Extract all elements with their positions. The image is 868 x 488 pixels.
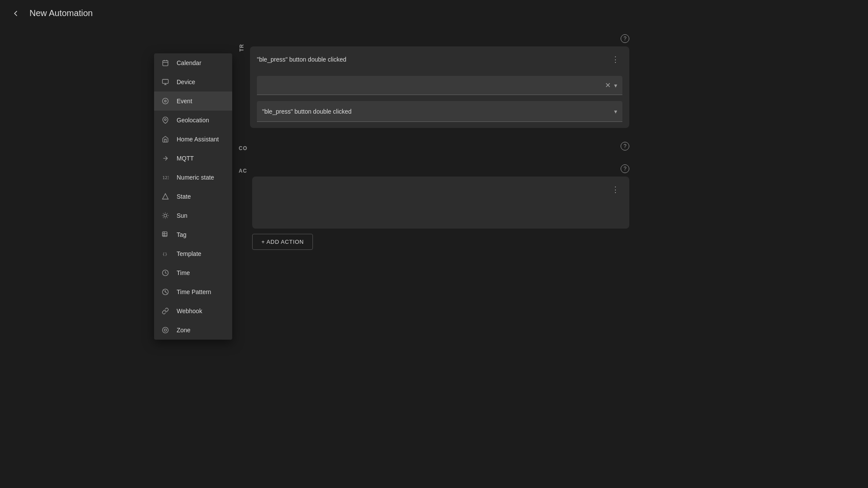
- zone-icon: [161, 326, 170, 334]
- actions-help-icon[interactable]: ?: [621, 164, 629, 173]
- svg-text:123: 123: [162, 175, 169, 180]
- numeric_state-icon: 123: [161, 173, 170, 182]
- conditions-help-icon[interactable]: ?: [621, 142, 629, 151]
- dropdown-item-calendar[interactable]: Calendar: [154, 53, 232, 72]
- trigger-field-clear[interactable]: ✕: [603, 79, 612, 91]
- dropdown-item-geolocation[interactable]: Geolocation: [154, 111, 232, 130]
- dropdown-item-label-geolocation: Geolocation: [177, 117, 209, 124]
- page: New Automation Tr ? "ble_press" button: [0, 0, 868, 488]
- device-icon: [161, 78, 170, 86]
- svg-rect-20: [162, 232, 167, 236]
- conditions-section: Co ?: [239, 138, 629, 154]
- dropdown-item-numeric_state[interactable]: 123Numeric state: [154, 168, 232, 187]
- svg-point-8: [164, 119, 166, 121]
- dropdown-item-template[interactable]: {}Template: [154, 244, 232, 263]
- action-more-menu[interactable]: ⋮: [608, 183, 622, 197]
- conditions-body: ?: [253, 138, 629, 154]
- dropdown-item-label-mqtt: MQTT: [177, 155, 194, 162]
- dropdown-item-tag[interactable]: Tag: [154, 225, 232, 244]
- header: New Automation: [0, 0, 868, 26]
- dropdown-item-home_assistant[interactable]: Home Assistant: [154, 130, 232, 149]
- svg-text:{}: {}: [162, 252, 167, 256]
- trigger-event-arrow: ▾: [614, 108, 617, 115]
- dropdown-item-zone[interactable]: Zone: [154, 321, 232, 340]
- action-card-header: ⋮: [252, 177, 629, 203]
- dropdown-item-event[interactable]: Event: [154, 92, 232, 111]
- geolocation-icon: [161, 116, 170, 124]
- svg-line-19: [167, 213, 168, 214]
- trigger-card-header: "ble_press" button double clicked ⋮: [250, 46, 629, 72]
- dropdown-item-label-time_pattern: Time Pattern: [177, 288, 211, 295]
- dropdown-item-mqtt[interactable]: MQTT: [154, 149, 232, 168]
- state-icon: [161, 192, 170, 201]
- dropdown-item-label-time: Time: [177, 269, 190, 276]
- back-button[interactable]: [9, 7, 23, 20]
- conditions-label: Co: [239, 145, 247, 151]
- svg-point-27: [162, 327, 168, 333]
- dropdown-item-label-device: Device: [177, 79, 195, 85]
- trigger-event-select[interactable]: "ble_press" button double clicked ▾: [257, 101, 622, 122]
- actions-body: ? ⋮ + ADD ACTION: [252, 161, 629, 255]
- triggers-help-icon[interactable]: ?: [621, 34, 629, 43]
- svg-marker-10: [162, 193, 168, 199]
- time_pattern-icon: [161, 288, 170, 296]
- dropdown-item-label-numeric_state: Numeric state: [177, 174, 214, 181]
- dropdown-item-label-home_assistant: Home Assistant: [177, 136, 219, 143]
- dropdown-item-label-state: State: [177, 193, 191, 200]
- actions-label: Ac: [239, 168, 247, 174]
- trigger-card-title: "ble_press" button double clicked: [257, 56, 346, 63]
- dropdown-item-label-template: Template: [177, 250, 201, 257]
- trigger-type-dropdown: CalendarDeviceEventGeolocationHome Assis…: [154, 53, 232, 340]
- event-icon: [161, 97, 170, 105]
- triggers-label: Tr: [239, 37, 245, 59]
- time-icon: [161, 269, 170, 277]
- triggers-section: Tr ? "ble_press" button double clicked ⋮: [239, 31, 629, 131]
- dropdown-item-label-webhook: Webhook: [177, 308, 202, 314]
- svg-line-15: [167, 217, 168, 218]
- page-title: New Automation: [30, 8, 93, 18]
- tag-icon: [161, 230, 170, 239]
- trigger-device-field: ✕ ▾: [257, 76, 622, 95]
- triggers-body: ? "ble_press" button double clicked ⋮ ✕: [250, 31, 629, 131]
- trigger-field-row: ✕ ▾: [250, 72, 629, 101]
- trigger-card-1: "ble_press" button double clicked ⋮ ✕ ▾: [250, 46, 629, 128]
- svg-rect-4: [162, 79, 168, 83]
- action-card-1: ⋮: [252, 177, 629, 229]
- dropdown-item-state[interactable]: State: [154, 187, 232, 206]
- svg-line-14: [163, 213, 164, 214]
- main-content: Tr ? "ble_press" button double clicked ⋮: [0, 26, 868, 488]
- webhook-icon: [161, 307, 170, 315]
- template-icon: {}: [161, 249, 170, 258]
- dropdown-item-label-sun: Sun: [177, 212, 187, 219]
- dropdown-item-time[interactable]: Time: [154, 263, 232, 282]
- dropdown-item-label-event: Event: [177, 98, 192, 105]
- actions-section: Ac ? ⋮ + ADD ACTION: [239, 161, 629, 255]
- trigger-field-dropdown[interactable]: ▾: [612, 80, 619, 91]
- trigger-more-menu[interactable]: ⋮: [608, 52, 622, 66]
- dropdown-item-sun[interactable]: Sun: [154, 206, 232, 225]
- home_assistant-icon: [161, 135, 170, 144]
- svg-point-11: [164, 214, 167, 217]
- dropdown-item-webhook[interactable]: Webhook: [154, 301, 232, 321]
- sun-icon: [161, 211, 170, 220]
- svg-rect-0: [163, 61, 168, 66]
- svg-point-7: [164, 100, 166, 102]
- dropdown-item-label-calendar: Calendar: [177, 59, 201, 66]
- action-card-body: [252, 203, 629, 229]
- dropdown-item-label-zone: Zone: [177, 327, 191, 334]
- calendar-icon: [161, 59, 170, 67]
- trigger-event-value: "ble_press" button double clicked: [262, 108, 614, 115]
- add-action-button[interactable]: + ADD ACTION: [252, 234, 313, 250]
- dropdown-item-device[interactable]: Device: [154, 72, 232, 92]
- mqtt-icon: [161, 154, 170, 163]
- dropdown-item-label-tag: Tag: [177, 231, 187, 238]
- svg-point-28: [164, 329, 166, 331]
- dropdown-item-time_pattern[interactable]: Time Pattern: [154, 282, 232, 301]
- svg-line-18: [163, 217, 164, 218]
